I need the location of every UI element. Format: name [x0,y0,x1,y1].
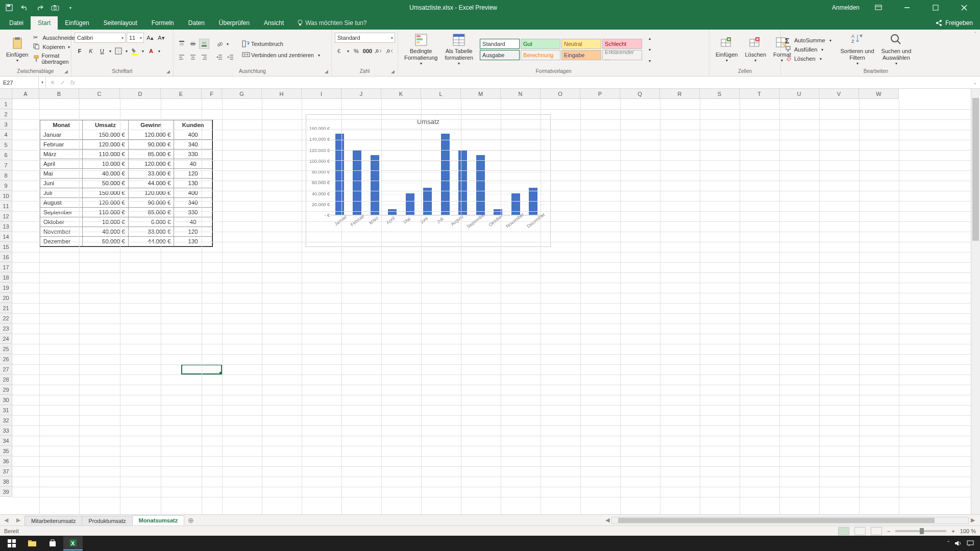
col-header-J[interactable]: J [341,89,381,99]
align-center-icon[interactable] [188,52,198,62]
increase-decimal-icon[interactable]: ,0 [374,46,384,56]
font-color-button[interactable]: A [146,46,156,56]
style-scroll-down-icon[interactable]: ▾ [645,44,655,55]
file-explorer-icon[interactable] [22,536,42,550]
style-good[interactable]: Gut [521,39,560,49]
zoom-level[interactable]: 100 % [960,528,976,534]
new-sheet-button[interactable]: ⊕ [184,516,198,524]
format-as-table-button[interactable]: Als Tabelle formatieren▾ [442,32,476,67]
col-header-A[interactable]: A [12,89,39,99]
italic-button[interactable]: K [86,46,96,56]
style-scroll-up-icon[interactable]: ▴ [645,33,655,43]
align-top-icon[interactable] [177,39,187,49]
row-header-21[interactable]: 21 [0,303,12,313]
col-header-P[interactable]: P [580,89,620,99]
start-button[interactable] [2,536,21,550]
col-header-I[interactable]: I [302,89,341,99]
row-header-23[interactable]: 23 [0,323,12,334]
row-header-15[interactable]: 15 [0,242,12,252]
row-header-32[interactable]: 32 [0,415,12,425]
border-button[interactable] [113,46,124,56]
ribbon-display-icon[interactable] [869,1,888,15]
expand-formula-bar-icon[interactable]: ⌄ [971,80,980,85]
font-name-select[interactable]: Calibri [75,33,126,43]
table-row[interactable]: September110.000 €85.000 €330 [40,208,212,217]
accounting-format-icon[interactable]: € [335,46,345,56]
table-row[interactable]: August120.000 €90.000 €340 [40,198,212,208]
col-header-C[interactable]: C [79,89,120,99]
name-box-dropdown[interactable]: ▾ [39,77,46,88]
row-header-22[interactable]: 22 [0,313,12,323]
paste-button[interactable]: Einfügen ▾ [3,35,31,64]
row-header-30[interactable]: 30 [0,395,12,405]
sheet-nav-next-icon[interactable]: ▶ [12,517,24,523]
chart-bar[interactable] [458,150,467,215]
chart-bar[interactable] [371,155,379,215]
style-calculation[interactable]: Berechnung [521,50,560,60]
style-standard[interactable]: Standard [480,39,520,49]
col-header-E[interactable]: E [161,89,202,99]
percent-format-icon[interactable]: % [351,46,361,56]
increase-indent-icon[interactable] [226,52,236,62]
row-header-4[interactable]: 4 [0,130,12,140]
orientation-icon[interactable]: ab [214,39,225,49]
table-row[interactable]: Juli150.000 €120.000 €400 [40,188,212,198]
table-header[interactable]: Umsatz [83,120,129,130]
col-header-F[interactable]: F [202,89,222,99]
fill-button[interactable]: Ausfüllen▾ [784,45,832,54]
tray-volume-icon[interactable] [954,540,962,546]
tell-me[interactable]: Was möchten Sie tun? [291,16,373,30]
account-sign-in[interactable]: Anmelden [832,4,860,11]
row-header-8[interactable]: 8 [0,170,12,181]
sheet-tab-1[interactable]: Mitarbeiterumsatz [24,516,82,525]
conditional-formatting-button[interactable]: Bedingte Formatierung▾ [401,32,440,67]
camera-icon[interactable] [51,4,59,12]
chart-bar[interactable] [476,155,485,215]
sheet-tab-2[interactable]: Produktumsatz [82,516,132,525]
table-header[interactable]: Kunden [174,120,212,130]
store-icon[interactable] [43,536,62,550]
collapse-ribbon-icon[interactable]: ˆ [971,30,980,76]
delete-cells-button[interactable]: Löschen▾ [742,35,769,64]
page-layout-view-icon[interactable] [854,527,866,535]
style-input[interactable]: Eingabe [561,50,601,60]
tab-data[interactable]: Daten [181,16,212,30]
font-size-select[interactable]: 11 [127,33,144,43]
col-header-V[interactable]: V [819,89,859,99]
table-row[interactable]: März110.000 €85.000 €330 [40,149,212,159]
table-row[interactable]: Oktober10.000 €6.000 €40 [40,217,212,227]
enter-formula-icon[interactable]: ✓ [60,79,65,86]
row-header-35[interactable]: 35 [0,446,12,456]
bold-button[interactable]: F [75,46,85,56]
table-header[interactable]: Monat [40,120,83,130]
row-header-20[interactable]: 20 [0,293,12,303]
underline-button[interactable]: U [97,46,107,56]
row-header-34[interactable]: 34 [0,436,12,446]
minimize-icon[interactable] [897,1,917,15]
excel-taskbar-icon[interactable]: X [63,536,83,550]
row-header-10[interactable]: 10 [0,191,12,201]
sort-filter-button[interactable]: AZSortieren und Filtern▾ [838,32,877,67]
row-header-18[interactable]: 18 [0,272,12,283]
style-explanatory[interactable]: Erklärender ... [602,50,642,60]
row-header-16[interactable]: 16 [0,252,12,262]
row-header-3[interactable]: 3 [0,119,12,130]
share-button[interactable]: Freigeben [928,16,980,30]
row-header-5[interactable]: 5 [0,140,12,150]
tab-file[interactable]: Datei [2,16,31,30]
select-all-corner[interactable] [0,89,12,99]
cancel-formula-icon[interactable]: ✕ [50,79,55,86]
table-row[interactable]: Februar120.000 €90.000 €340 [40,140,212,149]
col-header-D[interactable]: D [120,89,161,99]
wrap-text-button[interactable]: Textumbruch [241,40,321,48]
insert-cells-button[interactable]: Einfügen▾ [713,35,741,64]
table-row[interactable]: Januar150.000 €120.000 €400 [40,130,212,140]
col-header-K[interactable]: K [381,89,421,99]
row-header-14[interactable]: 14 [0,232,12,242]
row-header-2[interactable]: 2 [0,109,12,119]
normal-view-icon[interactable] [838,527,849,535]
sheet-tab-3[interactable]: Monatsumsatz [132,515,184,525]
style-output[interactable]: Ausgabe [480,50,520,60]
zoom-in-icon[interactable]: + [951,528,954,534]
row-header-25[interactable]: 25 [0,344,12,354]
